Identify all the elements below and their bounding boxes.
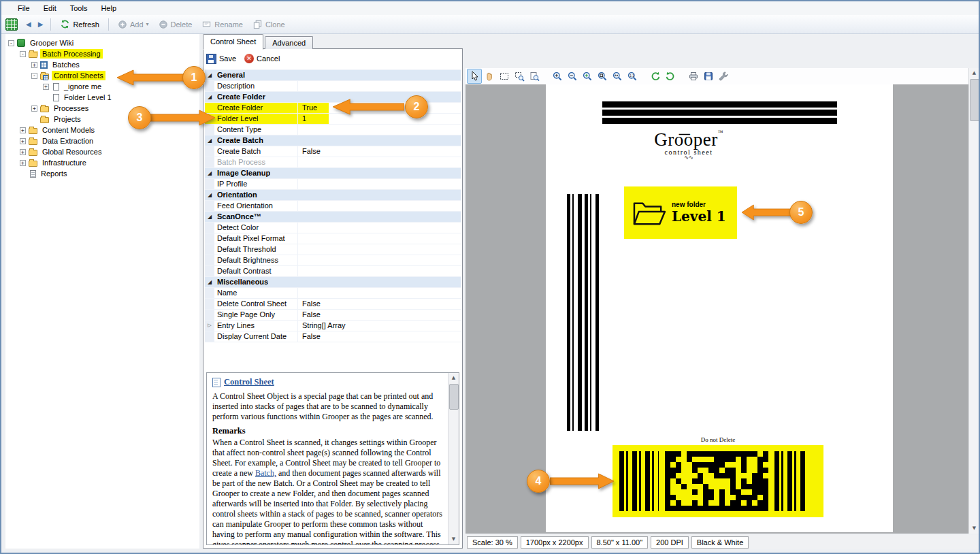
property-value[interactable]: False — [297, 299, 461, 309]
property-value[interactable] — [297, 157, 461, 167]
tree-expand-toggle[interactable]: - — [20, 51, 26, 57]
nav-forward-button[interactable]: ▶ — [35, 19, 46, 29]
pan-tool-icon[interactable] — [482, 69, 497, 84]
cancel-button[interactable]: ✕ Cancel — [244, 54, 280, 63]
tree-expand-toggle[interactable]: + — [20, 138, 26, 144]
property-value[interactable] — [297, 223, 461, 233]
property-value[interactable] — [297, 255, 461, 265]
rotate-cw-icon[interactable] — [663, 69, 678, 84]
nav-back-button[interactable]: ◀ — [23, 19, 34, 29]
scroll-down-icon[interactable]: ▼ — [969, 523, 979, 534]
save-button[interactable]: Save — [206, 54, 236, 64]
property-value[interactable] — [297, 81, 461, 91]
property-row[interactable]: Feed Orientation — [205, 201, 461, 212]
add-button[interactable]: Add ▾ — [114, 18, 153, 31]
tab-control-sheet[interactable]: Control Sheet — [203, 34, 263, 50]
tree-expand-toggle[interactable]: - — [31, 73, 37, 79]
tree-item[interactable]: - Batch Processing — [5, 48, 199, 59]
scrollbar-thumb[interactable] — [970, 79, 979, 121]
property-row[interactable]: Display Current Date False — [205, 331, 461, 342]
property-row[interactable]: ◢ Create Batch — [205, 135, 461, 146]
control-sheet-help-link[interactable]: Control Sheet — [224, 377, 274, 387]
help-scrollbar[interactable]: ▲ ▼ — [448, 373, 459, 544]
tree-expand-toggle[interactable]: + — [20, 127, 26, 133]
tree-expand-toggle[interactable]: + — [20, 149, 26, 155]
delete-button[interactable]: Delete — [154, 18, 197, 31]
property-row[interactable]: ◢ General — [205, 70, 461, 81]
menu-edit[interactable]: Edit — [37, 3, 63, 14]
tree-item[interactable]: + Data Extraction — [5, 135, 199, 146]
scroll-up-icon[interactable]: ▲ — [448, 373, 459, 383]
menu-tools[interactable]: Tools — [63, 3, 95, 14]
clone-button[interactable]: Clone — [248, 18, 289, 31]
property-row[interactable]: Default Contrast — [205, 266, 461, 277]
batch-link[interactable]: Batch, — [255, 468, 276, 478]
viewer-scrollbar[interactable]: ▲ ▼ — [968, 68, 979, 534]
zoom-width-icon[interactable] — [610, 69, 625, 84]
tree-expand-toggle[interactable]: - — [8, 40, 14, 46]
zoom-dynamic-icon[interactable] — [580, 69, 595, 84]
rotate-ccw-icon[interactable] — [648, 69, 663, 84]
property-row[interactable]: Description — [205, 81, 461, 92]
tree-item[interactable]: Reports — [5, 168, 199, 179]
property-value[interactable] — [297, 125, 461, 135]
property-row[interactable]: Create Batch False — [205, 146, 461, 157]
property-row[interactable]: Detect Color — [205, 223, 461, 233]
tree-expand-toggle[interactable]: + — [20, 160, 26, 166]
property-value[interactable] — [297, 179, 461, 189]
property-value[interactable]: False — [297, 331, 461, 342]
image-viewer-canvas[interactable]: Gro͞oper™ control sheet ∿∿ new folder Le… — [466, 84, 968, 534]
zoom-actual-icon[interactable]: 1:1 — [625, 69, 640, 84]
property-row[interactable]: Default Brightness — [205, 255, 461, 266]
property-row[interactable]: ▷ Entry Lines String[] Array — [205, 321, 461, 331]
property-row[interactable]: IP Profile — [205, 179, 461, 190]
property-row[interactable]: Name — [205, 288, 461, 299]
tree-expand-toggle[interactable]: + — [43, 84, 49, 90]
property-row[interactable]: Delete Control Sheet False — [205, 299, 461, 310]
menu-file[interactable]: File — [11, 3, 37, 14]
zoom-out-icon[interactable] — [565, 69, 580, 84]
property-row[interactable]: Single Page Only False — [205, 310, 461, 321]
property-value[interactable]: False — [297, 146, 461, 157]
property-value[interactable] — [297, 201, 461, 211]
image-settings-icon[interactable] — [716, 69, 731, 84]
tree-item-label: Control Sheets — [52, 71, 105, 80]
property-value[interactable] — [297, 233, 461, 244]
property-row[interactable]: Batch Process — [205, 157, 461, 168]
tree-item[interactable]: Folder Level 1 — [5, 92, 199, 103]
tab-advanced[interactable]: Advanced — [265, 36, 313, 49]
add-dropdown-caret[interactable]: ▾ — [146, 21, 149, 27]
tree-expand-toggle[interactable]: + — [31, 105, 37, 112]
property-row[interactable]: Content Type — [205, 125, 461, 135]
select-region-icon[interactable] — [497, 69, 512, 84]
rename-button[interactable]: Rename — [197, 18, 247, 31]
refresh-button[interactable]: Refresh — [56, 18, 103, 31]
property-value[interactable] — [297, 244, 461, 255]
zoom-region-icon[interactable] — [512, 69, 527, 84]
magnifier-window-icon[interactable] — [527, 69, 542, 84]
property-row[interactable]: ◢ Orientation — [205, 190, 461, 201]
property-row[interactable]: Default Threshold — [205, 244, 461, 255]
tree-item[interactable]: + Infrastructure — [5, 157, 199, 168]
property-value[interactable]: False — [297, 310, 461, 320]
zoom-in-icon[interactable] — [550, 69, 565, 84]
property-row[interactable]: ◢ Image Cleanup — [205, 168, 461, 179]
print-icon[interactable] — [686, 69, 701, 84]
property-row[interactable]: Default Pixel Format — [205, 233, 461, 244]
zoom-fit-icon[interactable] — [595, 69, 610, 84]
property-value[interactable] — [297, 266, 461, 276]
property-row[interactable]: ◢ Miscellaneous — [205, 277, 461, 288]
menu-help[interactable]: Help — [94, 3, 123, 14]
pointer-tool-icon[interactable] — [467, 69, 482, 84]
property-value[interactable]: String[] Array — [297, 321, 461, 331]
tree-item[interactable]: + Global Resources — [5, 146, 199, 157]
property-row[interactable]: ◢ ScanOnce™ — [205, 212, 461, 223]
save-image-icon[interactable] — [701, 69, 716, 84]
scroll-down-icon[interactable]: ▼ — [448, 534, 459, 544]
scroll-up-icon[interactable]: ▲ — [969, 68, 979, 78]
tree-expand-toggle[interactable]: + — [31, 62, 37, 68]
tree-item[interactable]: - Grooper Wiki — [5, 37, 199, 48]
property-value[interactable] — [297, 288, 461, 298]
property-name: Entry Lines — [214, 321, 297, 331]
scrollbar-thumb[interactable] — [449, 384, 459, 410]
